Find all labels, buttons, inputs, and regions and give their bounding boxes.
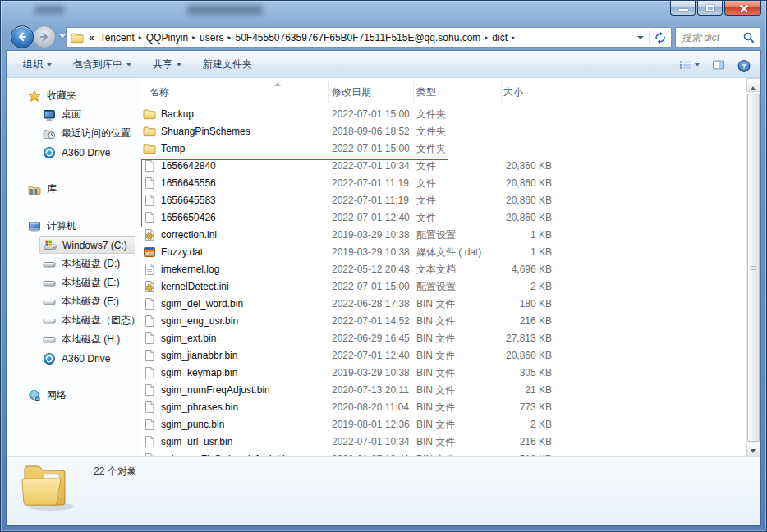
column-header-3[interactable]: 类型 xyxy=(416,78,436,106)
breadcrumb-separator[interactable]: ▸ xyxy=(511,34,516,41)
search-box[interactable] xyxy=(675,27,760,48)
table-row[interactable]: ShuangPinSchemes2018-09-06 18:52文件夹 xyxy=(140,123,746,140)
table-row[interactable]: correction.ini2019-03-29 10:38配置设置1 KB xyxy=(140,227,746,244)
back-button[interactable] xyxy=(11,25,34,48)
table-row[interactable]: sgim_phrases.bin2020-08-20 11:04BIN 文件77… xyxy=(140,399,746,416)
column-header-1[interactable]: 名称 xyxy=(149,78,169,106)
sidebar-item[interactable]: 最近访问的位置 xyxy=(7,124,140,143)
table-row[interactable]: sgim_punc.bin2019-08-01 12:36BIN 文件2 KB xyxy=(140,416,746,433)
table-row[interactable]: sgim_usrFixOrder_default.bin2022-01-07 1… xyxy=(140,451,746,456)
recent-places-icon xyxy=(43,127,56,140)
address-bar[interactable]: «Tencent▸QQPinyin▸users▸50F4555076359767… xyxy=(66,27,672,48)
file-name: correction.ini xyxy=(161,227,327,244)
preview-pane-button[interactable] xyxy=(712,58,725,71)
table-row[interactable]: sgim_keymap.bin2019-03-29 10:38BIN 文件305… xyxy=(140,365,746,382)
close-button[interactable] xyxy=(724,1,761,16)
scroll-up-button[interactable] xyxy=(746,78,760,92)
sidebar-item[interactable]: 桌面 xyxy=(7,105,140,124)
file-size: 20,860 KB xyxy=(493,192,552,209)
file-type: BIN 文件 xyxy=(416,382,498,399)
toolbar-button[interactable]: 新建文件夹 xyxy=(203,57,252,71)
sidebar-group-4[interactable]: 网络 xyxy=(7,386,140,405)
column-separator[interactable] xyxy=(501,81,502,103)
breadcrumb-item[interactable]: 50F4555076359767F65B0F71511F515E@qq.sohu… xyxy=(232,32,484,44)
sidebar-item[interactable]: 本地磁盘 (H:) xyxy=(7,330,140,349)
ini-icon xyxy=(143,280,156,293)
help-button[interactable]: ? xyxy=(737,58,751,71)
sidebar-group-label: 收藏夹 xyxy=(47,89,76,103)
table-row[interactable]: 16566428402022-07-01 10:34文件20,860 KB xyxy=(140,158,746,175)
sidebar-group-label: 网络 xyxy=(47,388,67,402)
column-separator[interactable] xyxy=(618,81,618,103)
table-row[interactable]: sgim_numFreqAdjust.bin2020-07-13 20:11BI… xyxy=(140,382,746,399)
search-input[interactable] xyxy=(676,32,742,44)
file-size: 2 KB xyxy=(493,416,552,433)
breadcrumb-item[interactable]: QQPinyin xyxy=(143,32,191,44)
sidebar-item[interactable]: 本地磁盘 (E:) xyxy=(7,273,140,292)
breadcrumb-item[interactable]: Tencent xyxy=(97,32,138,44)
sidebar-group-1[interactable]: 收藏夹 xyxy=(7,86,140,105)
address-dropdown-button[interactable] xyxy=(632,28,649,47)
table-row[interactable]: 16566455562022-07-01 11:19文件20,860 KB xyxy=(140,175,746,192)
sidebar-group-2[interactable]: 库 xyxy=(7,180,140,199)
file-name: sgim_phrases.bin xyxy=(161,399,327,416)
scroll-down-button[interactable] xyxy=(746,443,760,456)
toolbar-button[interactable]: 组织 xyxy=(23,57,52,71)
file-name: sgim_ext.bin xyxy=(161,330,327,347)
breadcrumb-overflow[interactable]: « xyxy=(89,32,94,44)
table-row[interactable]: sgim_ext.bin2022-06-29 16:45BIN 文件27,813… xyxy=(140,330,746,347)
column-header-2[interactable]: 修改日期 xyxy=(332,78,371,106)
sidebar-item[interactable]: A360 Drive xyxy=(7,143,140,162)
table-row[interactable]: sgim_del_word.bin2022-06-28 17:38BIN 文件1… xyxy=(140,296,746,313)
sidebar-item[interactable]: 本地磁盘 (D:) xyxy=(7,255,140,273)
file-type: 文件 xyxy=(416,209,498,227)
table-row[interactable]: sgim_eng_usr.bin2022-07-01 14:52BIN 文件21… xyxy=(140,313,746,330)
file-type: 文件 xyxy=(416,192,498,209)
breadcrumb-item[interactable]: users xyxy=(196,32,227,44)
column-separator[interactable] xyxy=(328,81,329,103)
table-row[interactable]: Backup2022-07-01 15:00文件夹 xyxy=(140,106,746,123)
forward-button[interactable] xyxy=(33,25,56,48)
toolbar-button[interactable]: 包含到库中 xyxy=(73,57,131,71)
table-row[interactable]: Temp2022-07-01 15:00文件夹 xyxy=(140,140,746,158)
scrollbar-thumb[interactable] xyxy=(747,94,760,442)
vertical-scrollbar[interactable] xyxy=(746,78,760,456)
change-view-button[interactable] xyxy=(679,58,700,71)
folder-icon xyxy=(143,125,156,138)
file-size: 21 KB xyxy=(493,382,552,399)
title-bar[interactable] xyxy=(0,0,767,23)
file-date: 2022-07-01 12:40 xyxy=(332,209,414,227)
file-type: BIN 文件 xyxy=(416,330,498,347)
sidebar-item[interactable]: 本地磁盘 (F:) xyxy=(7,292,140,311)
column-header-4[interactable]: 大小 xyxy=(503,78,523,106)
file-size: 2 KB xyxy=(493,278,552,296)
column-separator[interactable] xyxy=(413,81,414,103)
table-row[interactable]: kernelDetect.ini2022-07-01 15:00配置设置2 KB xyxy=(140,278,746,296)
system-drive-icon xyxy=(44,239,57,252)
sidebar-group-label: 库 xyxy=(47,182,57,196)
table-row[interactable]: sgim_url_usr.bin2022-07-01 10:34BIN 文件21… xyxy=(140,433,746,451)
recent-pages-chevron[interactable] xyxy=(59,34,66,42)
table-row[interactable]: sgim_jianabbr.bin2022-07-01 12:40BIN 文件2… xyxy=(140,347,746,365)
table-row[interactable]: 16566504262022-07-01 12:40文件20,860 KB xyxy=(140,209,746,227)
column-headers: 名称修改日期类型大小 xyxy=(140,78,746,106)
minimize-button[interactable] xyxy=(670,1,696,16)
breadcrumb-item[interactable]: dict xyxy=(489,32,511,44)
file-type: 配置设置 xyxy=(416,278,498,296)
toolbar-button[interactable]: 共享 xyxy=(153,57,181,71)
search-icon[interactable] xyxy=(742,31,756,44)
maximize-button[interactable] xyxy=(697,1,723,16)
sidebar-group-3[interactable]: 计算机 xyxy=(7,217,140,236)
table-row[interactable]: imekernel.log2022-05-12 20:43文本文档4,696 K… xyxy=(140,261,746,278)
table-row[interactable]: 16566455832022-07-01 11:19文件20,860 KB xyxy=(140,192,746,209)
a360-drive-icon xyxy=(43,146,56,159)
star-icon xyxy=(28,89,41,103)
sidebar-item[interactable]: 本地磁盘（固态） xyxy=(7,311,140,330)
sidebar-item[interactable]: Windows7 (C:) xyxy=(39,236,135,254)
refresh-button[interactable] xyxy=(650,28,671,47)
sidebar-item[interactable]: A360 Drive xyxy=(7,349,140,368)
file-type: BIN 文件 xyxy=(416,313,498,330)
file-date: 2019-08-01 12:36 xyxy=(332,416,414,433)
table-row[interactable]: VCDFuzzy.dat2019-03-29 10:38媒体文件 (.dat)1… xyxy=(140,244,746,261)
file-type: 文件 xyxy=(416,175,498,192)
